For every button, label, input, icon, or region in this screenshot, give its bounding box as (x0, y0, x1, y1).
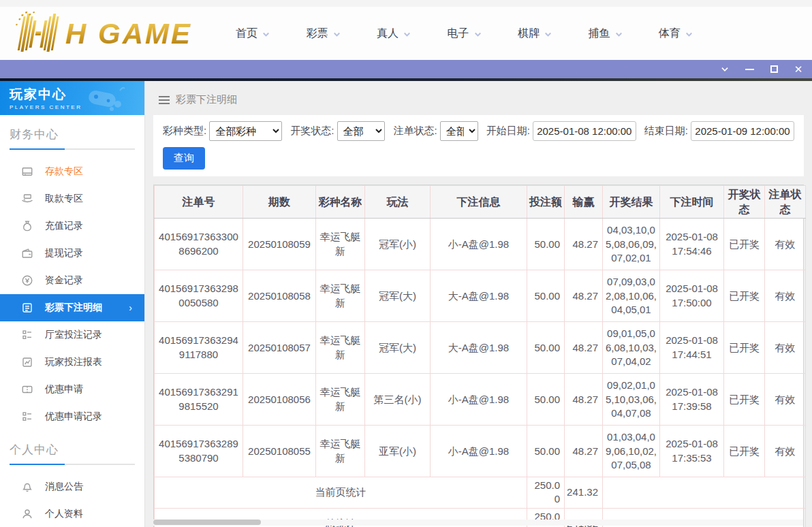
cell-bet-info: 小-A盘@1.98 (431, 426, 527, 477)
sidebar-item-promo-apply[interactable]: 优惠申请 (0, 376, 144, 403)
breadcrumb: 彩票下注明细 (145, 81, 812, 115)
cell-win-loss: 48.27 (565, 270, 603, 322)
end-date-input[interactable] (691, 121, 794, 141)
cell-lottery: 幸运飞艇新 (316, 322, 365, 374)
cell-bet-info: 小-A盘@1.98 (431, 374, 527, 426)
bell-icon (21, 481, 33, 493)
chevron-down-icon (403, 30, 411, 39)
current-page-summary-row: 当前页统计 250.00 241.32 (155, 477, 806, 509)
lottery-type-select[interactable]: 全部彩种 (209, 121, 282, 141)
col-draw-status: 开奖状态 (724, 186, 765, 219)
nav-item-fishing[interactable]: 捕鱼 (589, 27, 623, 41)
horizontal-scrollbar[interactable] (153, 520, 803, 526)
sidebar-item-hall-bet-record[interactable]: 厅室投注记录 (0, 321, 144, 349)
section-title-finance: 财务中心 (10, 127, 144, 142)
draw-status-select[interactable]: 全部 (337, 121, 386, 141)
bet-detail-table: 注单号 期数 彩种名称 玩法 下注信息 投注额 输赢 开奖结果 下注时间 开奖状… (154, 185, 806, 527)
chevron-down-icon (262, 30, 270, 39)
col-play: 玩法 (365, 186, 431, 219)
col-amount: 投注额 (527, 186, 565, 219)
sidebar-item-player-report[interactable]: 玩家投注报表 (0, 349, 144, 376)
cell-win-loss: 48.27 (565, 426, 603, 477)
summary-win-loss: 241.32 (565, 477, 603, 509)
sidebar-item-deposit[interactable]: 存款专区 (0, 158, 144, 185)
summary-label: 当前页统计 (155, 477, 527, 509)
cell-result: 01,03,04,09,06,10,02,07,05,08 (603, 426, 660, 477)
cell-lottery: 幸运飞艇新 (316, 270, 365, 322)
cell-time: 2025-01-08 17:39:58 (660, 374, 724, 426)
sidebar-item-promo-record[interactable]: 优惠申请记录 (0, 403, 144, 430)
window-close-icon[interactable]: ✕ (793, 64, 804, 75)
list-check-icon (21, 329, 33, 341)
window-collapse-icon[interactable] (719, 64, 730, 75)
cell-order-status: 有效 (765, 322, 806, 374)
cell-draw-status: 已开奖 (724, 322, 765, 374)
order-status-select[interactable]: 全部 (440, 121, 478, 141)
gamepad-icon (86, 86, 125, 111)
bet-detail-icon (21, 302, 33, 314)
cell-bet-info: 大-A盘@1.98 (431, 322, 527, 374)
cell-result: 07,09,03,02,08,10,06,04,05,01 (603, 270, 660, 322)
nav-item-live[interactable]: 真人 (377, 27, 411, 41)
nav-label: 彩票 (307, 27, 328, 41)
table-row: 401569173632895380790 20250108055 幸运飞艇新 … (155, 426, 806, 477)
col-period: 期数 (243, 186, 316, 219)
col-order-status: 注单状态 (765, 186, 806, 219)
sidebar-item-recharge-record[interactable]: 充值记录 (0, 212, 144, 240)
cell-period: 20250108058 (243, 270, 316, 322)
sidebar-item-profile[interactable]: 个人资料 (0, 500, 144, 527)
chevron-down-icon (685, 30, 693, 39)
cell-bet-info: 大-A盘@1.98 (431, 270, 527, 322)
scrollbar-thumb[interactable] (153, 520, 261, 525)
table-row: 401569173632949117880 20250108057 幸运飞艇新 … (155, 322, 806, 374)
cell-order-status: 有效 (765, 219, 806, 270)
chevron-down-icon (473, 30, 482, 39)
nav-item-cards[interactable]: 棋牌 (518, 27, 552, 41)
sidebar-item-withdraw[interactable]: 取款专区 (0, 185, 144, 212)
lottery-type-label: 彩种类型: (163, 125, 206, 138)
chevron-right-icon: › (129, 302, 132, 313)
draw-status-label: 开奖状态: (290, 125, 334, 138)
col-time: 下注时间 (660, 186, 724, 219)
chevron-down-icon (614, 30, 623, 39)
cell-lottery: 幸运飞艇新 (316, 374, 365, 426)
window-minimize-icon[interactable] (744, 64, 755, 75)
cell-period: 20250108059 (243, 219, 316, 270)
cell-amount: 50.00 (527, 374, 565, 426)
cell-play: 亚军(小) (365, 426, 431, 477)
cell-period: 20250108056 (243, 374, 316, 426)
nav-item-lottery[interactable]: 彩票 (307, 27, 341, 41)
nav-item-home[interactable]: 首页 (236, 27, 270, 41)
sidebar-item-notices[interactable]: 消息公告 (0, 473, 144, 500)
personal-menu: 消息公告 个人资料 修改密码 (0, 473, 144, 527)
cell-result: 04,03,10,05,08,06,09,07,02,01 (603, 219, 660, 270)
section-title-personal: 个人中心 (10, 442, 144, 458)
sidebar: 玩家中心 PLAYERS CENTER 财务中心 (0, 81, 145, 527)
cell-play: 冠军(大) (365, 270, 431, 322)
cell-time: 2025-01-08 17:44:51 (660, 322, 724, 374)
nav-item-sports[interactable]: 体育 (659, 27, 693, 41)
cell-bet-id: 401569173632980050580 (155, 270, 243, 322)
sidebar-item-funds-record[interactable]: 资金记录 (0, 267, 144, 294)
nav-label: 首页 (236, 27, 257, 41)
sidebar-header: 玩家中心 PLAYERS CENTER (0, 81, 144, 115)
cell-result: 09,01,05,06,08,10,03,07,04,02 (603, 322, 660, 374)
search-button[interactable]: 查询 (163, 147, 205, 170)
menu-icon[interactable] (159, 96, 170, 104)
main-content: 彩票下注明细 彩种类型: 全部彩种 开奖状态: 全部 注单状态: 全部 (145, 81, 812, 527)
summary-empty (603, 477, 806, 509)
cell-play: 冠军(大) (365, 322, 431, 374)
cell-time: 2025-01-08 17:35:53 (660, 426, 724, 477)
window-maximize-icon[interactable] (768, 64, 779, 75)
start-date-input[interactable] (533, 121, 636, 141)
cell-order-status: 有效 (765, 270, 806, 322)
sidebar-item-lottery-bet-detail[interactable]: 彩票下注明细 › (0, 294, 144, 321)
cell-period: 20250108057 (243, 322, 316, 374)
cell-order-status: 有效 (765, 374, 806, 426)
cell-win-loss: 48.27 (565, 374, 603, 426)
main-nav: 首页 彩票 真人 电子 棋牌 捕鱼 (236, 27, 693, 41)
sidebar-item-withdrawal-record[interactable]: 提现记录 (0, 240, 144, 267)
money-bag-icon (21, 220, 33, 232)
cell-lottery: 幸运飞艇新 (316, 219, 365, 270)
nav-item-slots[interactable]: 电子 (448, 27, 482, 41)
